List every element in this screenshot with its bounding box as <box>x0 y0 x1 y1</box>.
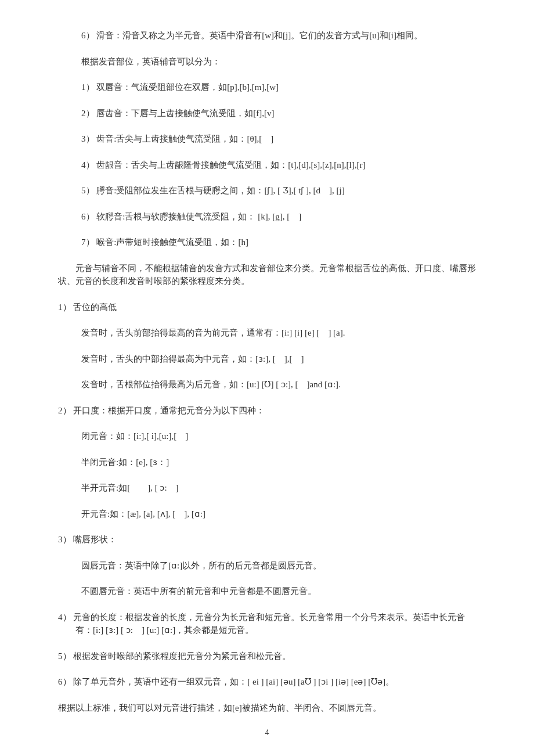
list-item: 1） 双唇音：气流受阻部位在双唇，如[p],[b],[m],[w] <box>81 81 476 94</box>
paragraph: 半开元音:如[ ], [ ɔ: ] <box>81 481 476 495</box>
list-item: 1） 舌位的高低 <box>58 301 476 314</box>
list-item: 5） 腭音:受阻部位发生在舌根与硬腭之间，如：[ʃ], [ Ʒ],[ tʃ ],… <box>81 184 476 197</box>
paragraph: 闭元音：如：[i:],[ i],[u:],[ ] <box>81 430 476 443</box>
paragraph: 4） 元音的长度：根据发音的长度，元音分为长元音和短元音。长元音常用一个分号来表… <box>58 611 476 637</box>
list-item: 6） 滑音：滑音又称之为半元音。英语中滑音有[w]和[j]。它们的发音方式与[u… <box>81 29 476 42</box>
paragraph: 开元音:如：[æ], [a], [ʌ], [ ], [ɑ:] <box>81 507 476 521</box>
list-item: 5） 根据发音时喉部的紧张程度把元音分为紧元音和松元音。 <box>58 650 476 663</box>
list-item: 4） 齿龈音：舌尖与上齿龈隆骨接触使气流受阻，如：[t],[d],[s],[z]… <box>81 159 476 172</box>
list-item: 3） 嘴唇形状： <box>58 533 476 546</box>
document-page: 6） 滑音：滑音又称之为半元音。英语中滑音有[w]和[j]。它们的发音方式与[u… <box>0 0 534 756</box>
list-item: 4） 元音的长度：根据发音的长度，元音分为长元音和短元音。长元音常用一个分号来表… <box>58 611 476 637</box>
paragraph: 发音时，舌头的中部抬得最高为中元音，如：[ɜ:], [ ],[ ] <box>81 352 476 366</box>
paragraph: 半闭元音:如：[e], [ɜ：] <box>81 456 476 469</box>
paragraph: 元音与辅音不同，不能根据辅音的发音方式和发音部位来分类。元音常根据舌位的高低、开… <box>58 262 476 288</box>
paragraph: 根据发音部位，英语辅音可以分为： <box>81 55 476 69</box>
paragraph: 圆唇元音：英语中除了[ɑ:]以外，所有的后元音都是圆唇元音。 <box>81 559 476 573</box>
paragraph: 发音时，舌头前部抬得最高的音为前元音，通常有：[i:] [i] [e] [ ] … <box>81 326 476 340</box>
paragraph: 根据以上标准，我们可以对元音进行描述，如[e]被描述为前、半闭合、不圆唇元音。 <box>58 701 476 715</box>
list-item: 3） 齿音:舌尖与上齿接触使气流受阻，如：[θ],[ ] <box>81 132 476 146</box>
list-item: 2） 唇齿音：下唇与上齿接触使气流受阻，如[f],[v] <box>81 107 476 120</box>
list-item: 6） 除了单元音外，英语中还有一组双元音，如：[ ei ] [ai] [əu] … <box>58 675 476 689</box>
paragraph: 6） 除了单元音外，英语中还有一组双元音，如：[ ei ] [ai] [əu] … <box>58 675 476 689</box>
list-item: 6） 软腭音:舌根与软腭接触使气流受阻，如： [k], [g], [ ] <box>81 210 476 224</box>
list-item: 2） 开口度：根据开口度，通常把元音分为以下四种： <box>58 404 476 417</box>
paragraph: 发音时，舌根部位抬得最高为后元音，如：[u:] [Ʊ] [ ɔ:], [ ]an… <box>81 378 476 391</box>
page-number: 4 <box>0 726 534 739</box>
list-item: 7） 喉音:声带短时接触使气流受阻，如：[h] <box>81 236 476 249</box>
paragraph: 不圆唇元音：英语中所有的前元音和中元音都是不圆唇元音。 <box>81 585 476 598</box>
